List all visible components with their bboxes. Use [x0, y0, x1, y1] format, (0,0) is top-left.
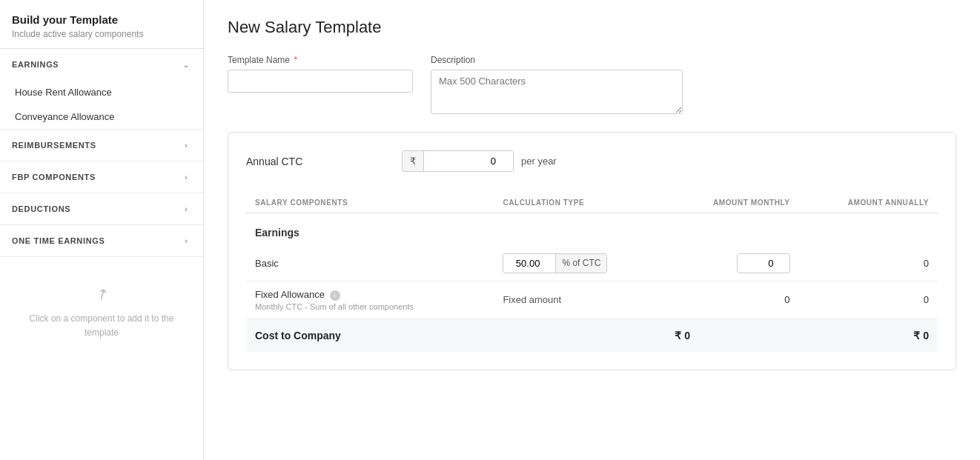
info-icon[interactable]: i [330, 290, 340, 301]
sidebar-section-one-time-earnings: ONE TIME EARNINGS › [0, 225, 203, 257]
earnings-section-row: Earnings [246, 213, 938, 247]
sidebar-section-reimbursements: REIMBURSEMENTS › [0, 130, 203, 161]
basic-annually-cell: 0 [799, 246, 938, 281]
basic-annually-value: 0 [924, 258, 929, 269]
fixed-allowance-monthly-value: 0 [784, 294, 789, 305]
col-amount-annually: AMOUNT ANNUALLY [799, 193, 938, 213]
main-content: New Salary Template Template Name * Desc… [204, 0, 980, 460]
table-row: Basic % of CTC [246, 246, 938, 281]
ctc-input-wrap: ₹ [402, 150, 514, 172]
col-amount-monthly: AMOUNT MONTHLY [666, 193, 798, 213]
sidebar-section-earnings-label: EARNINGS [12, 60, 59, 69]
sidebar-section-fbp-label: FBP COMPONENTS [12, 173, 96, 181]
table-row: Fixed Allowance i Monthly CTC - Sum of a… [246, 281, 938, 319]
template-name-label: Template Name * [228, 55, 413, 65]
description-textarea[interactable] [431, 70, 683, 114]
sidebar-hint-text: Click on a component to add it to the te… [12, 312, 191, 340]
sidebar-item-conveyance-allowance[interactable]: Conveyance Allowance [0, 104, 203, 129]
cost-to-company-monthly: ₹ 0 [666, 319, 798, 352]
sidebar-section-earnings-header[interactable]: EARNINGS ⌄ [0, 49, 203, 80]
sidebar-section-deductions: DEDUCTIONS › [0, 193, 203, 225]
salary-card: Annual CTC ₹ per year SALARY COMPONENTS … [228, 132, 956, 370]
sidebar-section-fbp: FBP COMPONENTS › [0, 161, 203, 193]
sidebar-section-deductions-header[interactable]: DEDUCTIONS › [0, 193, 203, 224]
description-group: Description [431, 55, 683, 114]
basic-percentage-input[interactable] [503, 254, 555, 273]
chevron-right-icon: › [181, 140, 191, 150]
sidebar-header: Build your Template Include active salar… [0, 0, 203, 49]
sidebar-subtitle: Include active salary components [12, 29, 191, 39]
sidebar-section-deductions-label: DEDUCTIONS [12, 204, 70, 213]
template-name-group: Template Name * [228, 55, 413, 93]
chevron-down-icon: ⌄ [181, 59, 191, 70]
sidebar-section-reimbursements-header[interactable]: REIMBURSEMENTS › [0, 130, 203, 161]
chevron-right-icon: › [181, 204, 191, 214]
cost-to-company-annually: ₹ 0 [799, 319, 938, 352]
basic-calc-type-label: % of CTC [555, 254, 606, 273]
col-salary-components: SALARY COMPONENTS [246, 193, 494, 213]
annual-ctc-row: Annual CTC ₹ per year [246, 150, 938, 172]
fixed-allowance-monthly-cell: 0 [666, 281, 798, 319]
sidebar-title: Build your Template [12, 13, 191, 26]
fixed-allowance-sub: Monthly CTC - Sum of all other component… [255, 302, 485, 311]
sidebar-section-earnings: EARNINGS ⌄ House Rent Allowance Conveyan… [0, 49, 203, 130]
sidebar-section-one-time-earnings-header[interactable]: ONE TIME EARNINGS › [0, 225, 203, 256]
ctc-currency-symbol: ₹ [403, 151, 424, 171]
salary-components-table: SALARY COMPONENTS CALCULATION TYPE AMOUN… [246, 193, 938, 352]
ctc-amount-input[interactable] [424, 151, 513, 171]
sidebar-section-fbp-header[interactable]: FBP COMPONENTS › [0, 161, 203, 193]
fixed-allowance-calc-cell: Fixed amount [494, 281, 666, 319]
basic-monthly-input[interactable] [738, 254, 789, 273]
fixed-allowance-annually-value: 0 [924, 294, 929, 305]
page-title: New Salary Template [228, 18, 956, 37]
description-label: Description [431, 55, 683, 65]
chevron-right-icon: › [181, 236, 191, 246]
basic-monthly-cell [666, 246, 798, 281]
col-calculation-type: CALCULATION TYPE [494, 193, 666, 213]
earnings-section-label: Earnings [246, 213, 938, 247]
chevron-right-icon: › [181, 172, 191, 182]
cost-to-company-row: Cost to Company ₹ 0 ₹ 0 [246, 319, 938, 352]
table-header: SALARY COMPONENTS CALCULATION TYPE AMOUN… [246, 193, 938, 213]
sidebar-item-house-rent-allowance[interactable]: House Rent Allowance [0, 80, 203, 104]
fixed-allowance-name-cell: Fixed Allowance i Monthly CTC - Sum of a… [246, 281, 494, 319]
cost-to-company-label: Cost to Company [246, 319, 666, 352]
basic-name-cell: Basic [246, 246, 494, 281]
sidebar-empty-hint: ↗ Click on a component to add it to the … [0, 264, 203, 358]
table-body: Earnings Basic % of CTC [246, 213, 938, 352]
ctc-per-year: per year [521, 156, 557, 167]
sidebar-section-reimbursements-label: REIMBURSEMENTS [12, 141, 96, 150]
fixed-allowance-annually-cell: 0 [799, 281, 938, 319]
basic-calc-wrap: % of CTC [503, 253, 657, 273]
basic-calc-input-wrap: % of CTC [503, 253, 607, 273]
basic-calc-cell: % of CTC [494, 246, 666, 281]
form-row: Template Name * Description [228, 55, 956, 114]
sidebar: Build your Template Include active salar… [0, 0, 204, 460]
ctc-label: Annual CTC [246, 156, 394, 167]
fixed-allowance-label: Fixed Allowance i [255, 289, 485, 301]
sidebar-section-one-time-earnings-label: ONE TIME EARNINGS [12, 236, 105, 245]
basic-monthly-input-wrap [737, 253, 790, 273]
fixed-amount-label: Fixed amount [503, 294, 561, 305]
arrow-icon: ↗ [90, 281, 113, 307]
template-name-input[interactable] [228, 70, 413, 93]
basic-label: Basic [255, 258, 485, 269]
